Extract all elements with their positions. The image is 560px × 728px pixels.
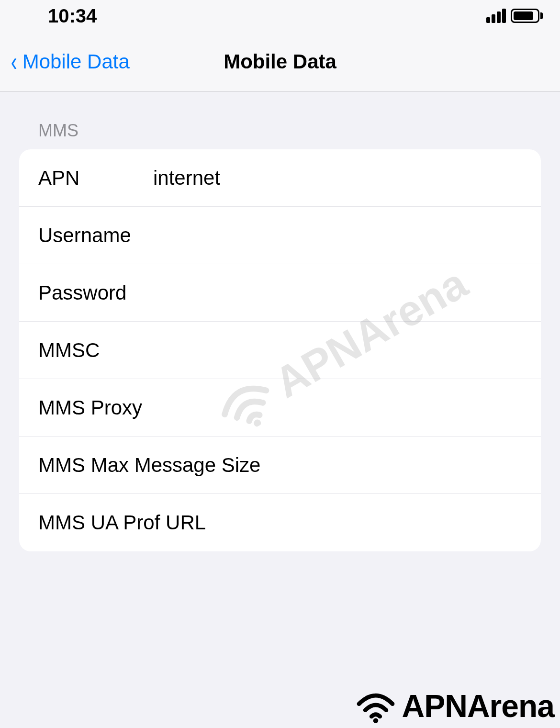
- cellular-signal-icon: [486, 9, 506, 23]
- navigation-bar: ‹ Mobile Data Mobile Data: [0, 32, 560, 92]
- username-input[interactable]: [153, 224, 522, 247]
- mms-proxy-label: MMS Proxy: [38, 396, 269, 419]
- password-label: Password: [38, 281, 153, 304]
- mmsc-label: MMSC: [38, 339, 153, 362]
- back-label: Mobile Data: [22, 50, 130, 73]
- apn-input[interactable]: [153, 167, 522, 190]
- mms-max-size-row[interactable]: MMS Max Message Size: [19, 437, 541, 494]
- wifi-icon: [354, 689, 397, 723]
- apn-row[interactable]: APN: [19, 149, 541, 207]
- back-button[interactable]: ‹ Mobile Data: [0, 48, 130, 75]
- username-row[interactable]: Username: [19, 207, 541, 264]
- content-area: MMS APN Username Password MMSC MMS Proxy…: [0, 92, 560, 551]
- watermark-bottom-text: APNArena: [402, 688, 554, 724]
- chevron-left-icon: ‹: [11, 48, 17, 75]
- mms-proxy-row[interactable]: MMS Proxy: [19, 379, 541, 437]
- username-label: Username: [38, 224, 153, 247]
- mms-ua-prof-row[interactable]: MMS UA Prof URL: [19, 494, 541, 551]
- status-indicators: [486, 9, 543, 23]
- password-row[interactable]: Password: [19, 264, 541, 322]
- mmsc-row[interactable]: MMSC: [19, 322, 541, 379]
- status-time: 10:34: [48, 5, 97, 27]
- apn-label: APN: [38, 167, 153, 190]
- section-header-mms: MMS: [0, 121, 560, 149]
- mms-max-size-label: MMS Max Message Size: [38, 454, 269, 477]
- battery-icon: [511, 9, 543, 23]
- svg-point-1: [373, 718, 378, 723]
- watermark-bottom: APNArena: [354, 688, 554, 724]
- mms-settings-group: APN Username Password MMSC MMS Proxy MMS…: [19, 149, 541, 551]
- mms-ua-prof-input[interactable]: [269, 511, 522, 534]
- page-title: Mobile Data: [224, 50, 336, 73]
- mmsc-input[interactable]: [153, 339, 522, 362]
- mms-ua-prof-label: MMS UA Prof URL: [38, 511, 269, 534]
- status-bar: 10:34: [0, 0, 560, 32]
- mms-max-size-input[interactable]: [269, 454, 522, 477]
- mms-proxy-input[interactable]: [269, 396, 522, 419]
- password-input[interactable]: [153, 281, 522, 304]
